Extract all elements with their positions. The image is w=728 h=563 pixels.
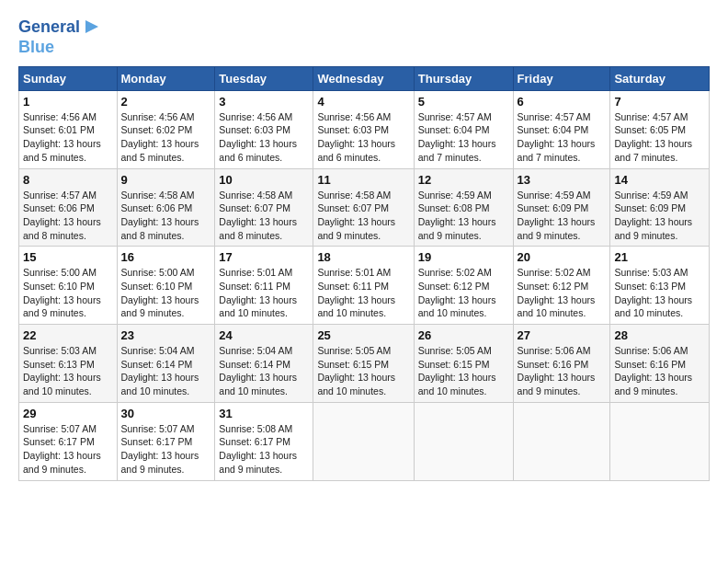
day-info: Sunrise: 5:04 AMSunset: 6:14 PMDaylight:…	[121, 344, 211, 398]
day-header-friday: Friday	[513, 66, 610, 90]
day-info: Sunrise: 4:56 AMSunset: 6:03 PMDaylight:…	[219, 110, 309, 165]
calendar-cell: 6Sunrise: 4:57 AMSunset: 6:04 PMDaylight…	[513, 90, 610, 168]
calendar-cell: 5Sunrise: 4:57 AMSunset: 6:04 PMDaylight…	[414, 90, 513, 168]
day-info: Sunrise: 4:58 AMSunset: 6:07 PMDaylight:…	[219, 189, 309, 243]
day-info: Sunrise: 5:05 AMSunset: 6:15 PMDaylight:…	[317, 344, 409, 398]
calendar-header-row: SundayMondayTuesdayWednesdayThursdayFrid…	[19, 66, 710, 90]
day-number: 12	[418, 173, 509, 187]
day-info: Sunrise: 4:56 AMSunset: 6:03 PMDaylight:…	[317, 110, 409, 165]
day-info: Sunrise: 5:06 AMSunset: 6:16 PMDaylight:…	[614, 344, 705, 398]
day-info: Sunrise: 4:59 AMSunset: 6:09 PMDaylight:…	[614, 189, 705, 243]
calendar-cell: 8Sunrise: 4:57 AMSunset: 6:06 PMDaylight…	[19, 168, 118, 247]
calendar-cell: 28Sunrise: 5:06 AMSunset: 6:16 PMDayligh…	[610, 325, 710, 403]
day-number: 22	[23, 328, 113, 342]
calendar-cell: 4Sunrise: 4:56 AMSunset: 6:03 PMDaylight…	[313, 90, 414, 168]
calendar: SundayMondayTuesdayWednesdayThursdayFrid…	[18, 66, 710, 481]
day-info: Sunrise: 4:59 AMSunset: 6:09 PMDaylight:…	[518, 189, 607, 243]
day-info: Sunrise: 4:57 AMSunset: 6:04 PMDaylight:…	[418, 110, 509, 165]
day-header-saturday: Saturday	[610, 66, 710, 90]
day-info: Sunrise: 5:00 AMSunset: 6:10 PMDaylight:…	[23, 266, 113, 320]
day-number: 24	[219, 328, 309, 342]
calendar-cell: 1Sunrise: 4:56 AMSunset: 6:01 PMDaylight…	[19, 90, 118, 168]
calendar-cell: 25Sunrise: 5:05 AMSunset: 6:15 PMDayligh…	[313, 325, 414, 403]
calendar-week-3: 15Sunrise: 5:00 AMSunset: 6:10 PMDayligh…	[19, 247, 710, 325]
calendar-cell: 20Sunrise: 5:02 AMSunset: 6:12 PMDayligh…	[513, 247, 610, 325]
day-info: Sunrise: 4:57 AMSunset: 6:06 PMDaylight:…	[23, 189, 113, 243]
calendar-cell: 19Sunrise: 5:02 AMSunset: 6:12 PMDayligh…	[414, 247, 513, 325]
day-info: Sunrise: 5:05 AMSunset: 6:15 PMDaylight:…	[418, 344, 509, 398]
calendar-cell: 9Sunrise: 4:58 AMSunset: 6:06 PMDaylight…	[117, 168, 215, 247]
calendar-cell: 23Sunrise: 5:04 AMSunset: 6:14 PMDayligh…	[117, 325, 215, 403]
day-header-sunday: Sunday	[19, 66, 118, 90]
day-info: Sunrise: 4:59 AMSunset: 6:08 PMDaylight:…	[418, 189, 509, 243]
day-number: 2	[121, 95, 211, 109]
day-info: Sunrise: 5:08 AMSunset: 6:17 PMDaylight:…	[219, 422, 309, 477]
day-number: 25	[317, 328, 409, 342]
day-number: 28	[614, 328, 705, 342]
day-number: 17	[219, 250, 309, 264]
day-number: 26	[418, 328, 509, 342]
calendar-cell: 10Sunrise: 4:58 AMSunset: 6:07 PMDayligh…	[215, 168, 313, 247]
day-info: Sunrise: 5:00 AMSunset: 6:10 PMDaylight:…	[121, 266, 211, 320]
day-number: 21	[614, 250, 705, 264]
day-number: 16	[121, 250, 211, 264]
logo-text: General	[18, 18, 80, 37]
calendar-cell: 24Sunrise: 5:04 AMSunset: 6:14 PMDayligh…	[215, 325, 313, 403]
day-number: 11	[317, 173, 409, 187]
calendar-cell: 14Sunrise: 4:59 AMSunset: 6:09 PMDayligh…	[610, 168, 710, 247]
day-number: 29	[23, 407, 113, 420]
calendar-cell: 11Sunrise: 4:58 AMSunset: 6:07 PMDayligh…	[313, 168, 414, 247]
calendar-cell: 29Sunrise: 5:07 AMSunset: 6:17 PMDayligh…	[19, 402, 118, 480]
calendar-cell: 21Sunrise: 5:03 AMSunset: 6:13 PMDayligh…	[610, 247, 710, 325]
day-number: 27	[518, 328, 607, 342]
day-info: Sunrise: 5:04 AMSunset: 6:14 PMDaylight:…	[219, 344, 309, 398]
day-header-thursday: Thursday	[414, 66, 513, 90]
day-info: Sunrise: 5:02 AMSunset: 6:12 PMDaylight:…	[418, 266, 509, 320]
day-number: 6	[518, 95, 607, 109]
day-info: Sunrise: 4:57 AMSunset: 6:05 PMDaylight:…	[614, 110, 705, 165]
day-info: Sunrise: 5:07 AMSunset: 6:17 PMDaylight:…	[23, 422, 113, 477]
day-number: 1	[23, 95, 113, 109]
calendar-cell: 3Sunrise: 4:56 AMSunset: 6:03 PMDaylight…	[215, 90, 313, 168]
calendar-cell: 22Sunrise: 5:03 AMSunset: 6:13 PMDayligh…	[19, 325, 118, 403]
day-number: 19	[418, 250, 509, 264]
day-number: 10	[219, 173, 309, 187]
logo-text-blue: Blue	[18, 39, 54, 57]
day-number: 30	[121, 407, 211, 420]
day-info: Sunrise: 4:58 AMSunset: 6:06 PMDaylight:…	[121, 189, 211, 243]
calendar-cell: 7Sunrise: 4:57 AMSunset: 6:05 PMDaylight…	[610, 90, 710, 168]
day-info: Sunrise: 5:01 AMSunset: 6:11 PMDaylight:…	[219, 266, 309, 320]
day-number: 13	[518, 173, 607, 187]
day-number: 4	[317, 95, 409, 109]
calendar-cell: 15Sunrise: 5:00 AMSunset: 6:10 PMDayligh…	[19, 247, 118, 325]
day-info: Sunrise: 5:07 AMSunset: 6:17 PMDaylight:…	[121, 422, 211, 477]
day-number: 23	[121, 328, 211, 342]
calendar-week-4: 22Sunrise: 5:03 AMSunset: 6:13 PMDayligh…	[19, 325, 710, 403]
day-number: 8	[23, 173, 113, 187]
day-number: 18	[317, 250, 409, 264]
calendar-cell: 13Sunrise: 4:59 AMSunset: 6:09 PMDayligh…	[513, 168, 610, 247]
logo-icon	[84, 18, 100, 35]
calendar-cell	[513, 402, 610, 480]
day-info: Sunrise: 5:02 AMSunset: 6:12 PMDaylight:…	[518, 266, 607, 320]
day-info: Sunrise: 5:01 AMSunset: 6:11 PMDaylight:…	[317, 266, 409, 320]
header: General Blue	[18, 17, 710, 57]
calendar-week-1: 1Sunrise: 4:56 AMSunset: 6:01 PMDaylight…	[19, 90, 710, 168]
day-info: Sunrise: 5:03 AMSunset: 6:13 PMDaylight:…	[23, 344, 113, 398]
day-number: 5	[418, 95, 509, 109]
day-number: 20	[518, 250, 607, 264]
calendar-cell	[610, 402, 710, 480]
calendar-cell	[414, 402, 513, 480]
day-info: Sunrise: 4:58 AMSunset: 6:07 PMDaylight:…	[317, 189, 409, 243]
calendar-cell: 18Sunrise: 5:01 AMSunset: 6:11 PMDayligh…	[313, 247, 414, 325]
day-info: Sunrise: 5:03 AMSunset: 6:13 PMDaylight:…	[614, 266, 705, 320]
day-header-monday: Monday	[117, 66, 215, 90]
calendar-week-2: 8Sunrise: 4:57 AMSunset: 6:06 PMDaylight…	[19, 168, 710, 247]
day-number: 3	[219, 95, 309, 109]
day-info: Sunrise: 5:06 AMSunset: 6:16 PMDaylight:…	[518, 344, 607, 398]
day-number: 14	[614, 173, 705, 187]
day-number: 7	[614, 95, 705, 109]
day-number: 15	[23, 250, 113, 264]
calendar-cell: 12Sunrise: 4:59 AMSunset: 6:08 PMDayligh…	[414, 168, 513, 247]
calendar-cell: 31Sunrise: 5:08 AMSunset: 6:17 PMDayligh…	[215, 402, 313, 480]
